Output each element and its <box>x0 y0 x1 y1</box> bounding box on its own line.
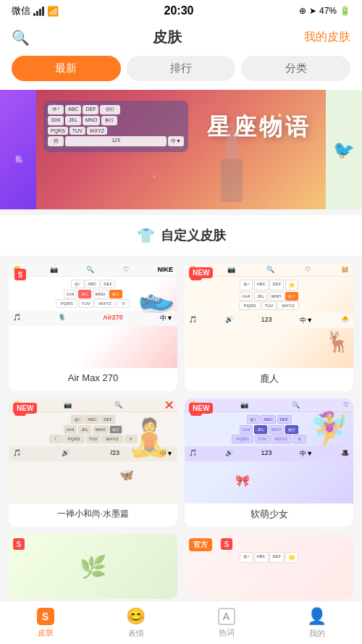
skin-card-partial-2[interactable]: 官方 S @./ ABC DEF 🌟 <box>185 534 353 599</box>
bottom-nav: S 皮肤 😊 表情 A 热词 👤 我的 <box>0 601 362 644</box>
status-time: 20:30 <box>164 4 194 17</box>
nav-label-hotword: 热词 <box>219 627 235 638</box>
emoji-nav-icon: 😊 <box>126 607 146 626</box>
s-badge-partial-2: S <box>221 538 232 550</box>
my-skins-link[interactable]: 我的皮肤 <box>304 30 350 45</box>
banner-right-icon: 🐦 <box>333 140 355 160</box>
nav-item-skin[interactable]: S 皮肤 <box>0 601 90 644</box>
hotword-nav-icon: A <box>218 608 235 625</box>
status-bar: 微信 📶 20:30 ⊕ ➤ 47% 🔋 <box>0 0 362 22</box>
tab-rank[interactable]: 排行 <box>127 56 236 81</box>
battery-icon: 🔋 <box>340 6 350 16</box>
shirt-icon: 👕 <box>137 227 155 244</box>
skin-card-deer[interactable]: NEW S 😊 📷 🔍 ♡ 🐹 @./ ABC DEF ⭐ GHI <box>185 263 353 391</box>
location-icon: ⊕ <box>299 6 306 16</box>
new-badge-girl: NEW <box>189 403 213 414</box>
skin-thumb-airmax: S 😊 📷 🔍 ♡ NIKE @./ ABC DEF GHI JKL <box>9 263 177 368</box>
skin-grid: S 😊 📷 🔍 ♡ NIKE @./ ABC DEF GHI JKL <box>0 256 362 534</box>
skin-label-airmax: Air Max 270 <box>9 368 177 389</box>
monk-icon: 🧘 <box>127 417 172 459</box>
banner-carousel[interactable]: 礼装 ✦ ✦ ✦ ✧ @./ ABC DEF 切行 GHI JKL MNO 换行… <box>0 90 362 209</box>
battery-text: 47% <box>319 6 337 16</box>
search-icon[interactable]: 🔍 <box>12 29 30 46</box>
official-badge: 官方 <box>189 538 212 551</box>
wifi-icon: 📶 <box>47 6 59 17</box>
skin-thumb-girl: S 😊 📷 🔍 ♡ @./ ABC DEF GHI JKL MNO 换行 <box>185 398 353 503</box>
skin-card-monk[interactable]: NEW S 😊 📷 🔍 ❌ @./ ABC DEF GHI JKL MNO <box>9 398 177 527</box>
skin-card-airmax[interactable]: S 😊 📷 🔍 ♡ NIKE @./ ABC DEF GHI JKL <box>9 263 177 391</box>
s-badge-airmax: S <box>14 269 26 280</box>
skin-label-monk: 一禅小和尚·水墨篇 <box>9 503 177 526</box>
partial-1-content: 🌿 <box>9 534 177 599</box>
nav-label-emoji: 表情 <box>128 628 144 639</box>
skin-label-girl: 软萌少女 <box>185 503 353 527</box>
banner-left-text: 礼装 <box>13 149 23 151</box>
star-deco-4: ✧ <box>152 174 157 180</box>
bow-icon: 🎀 <box>235 474 250 488</box>
skin-card-partial-1[interactable]: S 🌿 <box>9 534 177 599</box>
banner-left-card: 礼装 <box>0 90 36 209</box>
nav-item-mine[interactable]: 👤 我的 <box>272 601 362 644</box>
header: 🔍 皮肤 我的皮肤 <box>0 22 362 56</box>
banner-keyboard-preview: @./ ABC DEF 切行 GHI JKL MNO 换行 PQRS TUV W… <box>43 101 188 152</box>
anime-girl-icon: 🧚‍♀️ <box>309 409 350 448</box>
nav-item-hotword[interactable]: A 热词 <box>181 601 272 644</box>
banner-main[interactable]: ✦ ✦ ✦ ✧ @./ ABC DEF 切行 GHI JKL MNO 换行 PQ… <box>36 90 326 209</box>
tab-bar: 最新 排行 分类 <box>0 56 362 90</box>
skin-thumb-deer: S 😊 📷 🔍 ♡ 🐹 @./ ABC DEF ⭐ GHI JKL <box>185 263 353 368</box>
nav-label-skin: 皮肤 <box>38 627 54 638</box>
tab-latest[interactable]: 最新 <box>12 56 121 81</box>
signal-icon <box>33 6 44 16</box>
butterfly-icon: 🦋 <box>119 468 134 482</box>
status-left: 微信 📶 <box>12 4 59 17</box>
status-right: ⊕ ➤ 47% 🔋 <box>299 6 350 16</box>
banner-figure <box>210 122 253 209</box>
new-badge-deer: NEW <box>189 267 213 278</box>
skin-thumb-monk: S 😊 📷 🔍 ❌ @./ ABC DEF GHI JKL MNO 换行 <box>9 398 177 503</box>
skin-nav-icon: S <box>37 608 54 625</box>
navigation-icon: ➤ <box>309 6 316 16</box>
custom-skin-section: 👕 自定义皮肤 <box>0 215 362 256</box>
app-name: 微信 <box>12 4 30 17</box>
mine-nav-icon: 👤 <box>307 607 327 626</box>
skin-card-girl[interactable]: NEW S 😊 📷 🔍 ♡ @./ ABC DEF GHI JKL MNO <box>185 398 353 527</box>
page-title: 皮肤 <box>153 28 182 47</box>
new-badge-monk: NEW <box>13 403 37 414</box>
skin-label-deer: 鹿人 <box>185 368 353 391</box>
tab-category[interactable]: 分类 <box>241 56 350 81</box>
banner-right-card: 🐦 <box>326 90 362 209</box>
nav-item-emoji[interactable]: 😊 表情 <box>90 601 181 644</box>
custom-skin-title: 自定义皮肤 <box>161 227 226 244</box>
nav-label-mine: 我的 <box>309 628 325 639</box>
deer-icon: 🦌 <box>325 330 350 354</box>
